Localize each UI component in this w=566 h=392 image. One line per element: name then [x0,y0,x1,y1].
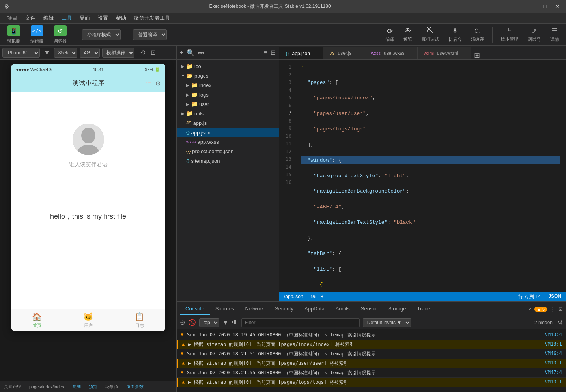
devtool-tab-trace[interactable]: Trace [412,303,436,315]
entry-link-2[interactable]: VM13:1 [537,341,562,347]
editor-tab-userjs[interactable]: JS user.js × [323,47,364,59]
test-num-button[interactable]: ↗ 测试号 [525,25,544,44]
tree-item-logs[interactable]: ▶ 📁 logs [177,90,279,99]
details-button[interactable]: ☰ 详情 [547,25,562,44]
menu-interface[interactable]: 界面 [76,13,94,23]
devtool-tab-sources[interactable]: Sources [210,303,240,315]
device-dropdown-icon[interactable]: ▼ [42,48,52,57]
devtool-tab-sensor[interactable]: Sensor [355,303,383,315]
minimize-button[interactable]: — [527,2,537,11]
menu-file[interactable]: 文件 [21,13,39,23]
network-select[interactable]: 4G [80,48,100,58]
rotate-icon[interactable]: ⟲ [138,48,147,57]
entry-link-4[interactable]: VM13:1 [537,360,562,366]
expand-icon-5: ▼ [181,370,187,375]
menu-edit[interactable]: 编辑 [39,13,58,23]
tree-item-appwxss[interactable]: wxss app.wxss [177,137,279,147]
close-button[interactable]: ✕ [553,2,562,11]
editor-button[interactable]: </> 编辑器 [27,24,47,45]
menu-project[interactable]: 项目 [3,13,21,23]
compile-select[interactable]: 普通编译 [133,29,167,40]
tree-item-utils[interactable]: ▶ 📁 utils [177,109,279,118]
code-line-15: { [301,281,560,289]
devtool-tab-console[interactable]: Console [180,303,210,315]
devtool-tab-security[interactable]: Security [269,303,299,315]
devtool-tab-network[interactable]: Network [239,303,269,315]
editor-tab-userwxml[interactable]: wxml user.wxml × [418,47,471,59]
tree-item-appjson[interactable]: {} app.json [177,128,279,137]
device-tab-logs-label: 日志 [135,323,144,329]
device-tab-user[interactable]: 🐱 用户 [63,309,114,331]
backend-icon: ↟ [452,27,458,35]
zoom-select[interactable]: 85% [54,48,77,58]
console-filter-input[interactable] [241,318,360,327]
entry-link-3[interactable]: VM46:4 [537,351,562,356]
operation-select[interactable]: 模拟操作 [102,48,134,58]
entry-link-1[interactable]: VM43:4 [537,332,562,337]
tree-item-user[interactable]: ▶ 📁 user [177,99,279,109]
clear-cache-label: 清缓存 [471,36,484,42]
code-editor[interactable]: { "pages": [ "pages/index/index", "pages… [295,60,566,292]
tree-label-user: user [199,101,209,107]
app-icon: ⚙ [4,3,9,10]
real-device-button[interactable]: ⛏ 真机调试 [418,25,442,44]
editor-tab-userwxss[interactable]: wxss user.wxss × [364,47,417,59]
entry-link-6[interactable]: VM13:1 [537,379,562,385]
list-icon[interactable]: ≡ [264,49,267,56]
console-top-select[interactable]: top [199,318,219,327]
clear-cache-button[interactable]: 🗂 清缓存 [468,25,487,44]
page-params-button[interactable]: 页面参数 [126,384,144,390]
more-icon[interactable]: ••• [198,49,204,56]
devtools-undock-icon[interactable]: ⊡ [559,306,563,312]
more-tabs-icon[interactable]: » [529,306,531,312]
screenshot-icon[interactable]: ⊞ [471,51,483,59]
menu-settings[interactable]: 设置 [94,13,112,23]
editor-tab-appjson[interactable]: {} app.json × [279,47,323,59]
devtool-tab-audits[interactable]: Audits [330,303,355,315]
real-device-icon: ⛏ [427,27,434,35]
code-line-12: }, [301,234,560,242]
stop-recording-icon[interactable]: ⊝ [180,319,185,326]
debugger-button[interactable]: ↺ 调试器 [50,24,70,45]
devtools-settings-icon[interactable]: ⋮ [550,306,555,312]
collapse-icon[interactable]: ⊟ [271,49,276,56]
maximize-button[interactable]: □ [540,2,549,11]
copy-button[interactable]: 复制 [72,384,81,390]
menu-tools[interactable]: 工具 [58,13,76,23]
tree-item-sitemap[interactable]: {} sitemap.json [177,156,279,165]
preview-footer-button[interactable]: 预览 [89,384,97,390]
tree-item-pages[interactable]: ▼ 📂 pages [177,71,279,80]
menu-help[interactable]: 帮助 [112,13,130,23]
device-tab-home[interactable]: 🏠 首页 [11,309,63,331]
tree-item-index[interactable]: ▶ 📁 index [177,80,279,90]
tree-item-appjs[interactable]: JS app.js [177,118,279,128]
simulator-button[interactable]: 📱 模拟器 [4,24,23,45]
fit-icon[interactable]: ⊡ [149,48,157,57]
compile-icon: ⟳ [387,27,393,35]
search-file-icon[interactable]: 🔍 [187,49,194,56]
add-file-icon[interactable]: + [180,49,183,56]
devtool-tab-storage[interactable]: Storage [383,303,412,315]
eye-icon[interactable]: 👁 [232,319,238,326]
menu-wechat-dev[interactable]: 微信开发者工具 [130,13,174,23]
device-select[interactable]: iPhone 6/... [2,48,40,58]
console-level-select[interactable]: Default levels ▼ [363,318,411,327]
warning-badge: ▲ 5 [534,307,547,312]
version-mgmt-button[interactable]: ⑂ 版本管理 [498,25,521,44]
tree-item-ico[interactable]: ▶ 📁 ico [177,61,279,71]
console-entry-5: ▼ Sun Jun 07 2020 18:21:55 GMT+0800 （中国标… [177,368,566,378]
backend-button[interactable]: ↟ 切后台 [445,25,465,44]
mode-select[interactable]: 小程序模式 [82,29,121,40]
clear-console-icon[interactable]: 🚫 [188,319,196,326]
tree-item-projectconfig[interactable]: {•} project.config.json [177,147,279,156]
preview-button[interactable]: 👁 预览 [400,25,415,44]
entry-link-5[interactable]: VM47:4 [537,370,562,375]
file-tree-body: ▶ 📁 ico ▼ 📂 pages ▶ 📁 index [177,60,279,301]
compile-button[interactable]: ⟳ 编译 [382,25,397,44]
devtool-tab-appdata[interactable]: AppData [299,303,330,315]
console-settings-icon[interactable]: ⚙ [557,319,563,326]
json-icon-sitemap: {} [186,158,190,163]
console-dropdown-icon[interactable]: ▼ [222,319,229,326]
version-mgmt-icon: ⑂ [508,27,512,35]
device-tab-logs[interactable]: 📋 日志 [114,309,165,331]
